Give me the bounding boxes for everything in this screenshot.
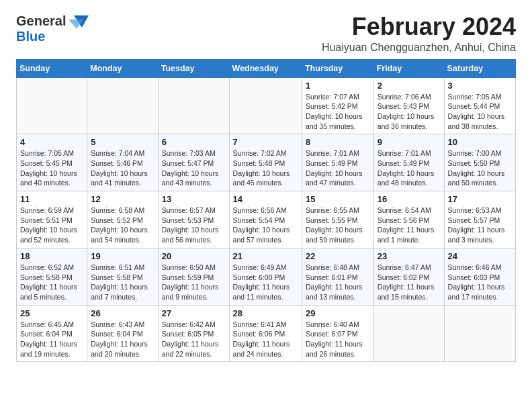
calendar-cell: [158, 77, 229, 134]
calendar-cell: 9Sunrise: 7:01 AM Sunset: 5:49 PM Daylig…: [373, 134, 444, 191]
logo-icon: [69, 14, 89, 29]
calendar-header-row: SundayMondayTuesdayWednesdayThursdayFrid…: [17, 59, 516, 77]
calendar-cell: 1Sunrise: 7:07 AM Sunset: 5:42 PM Daylig…: [302, 77, 373, 134]
day-number: 13: [162, 194, 226, 204]
day-number: 5: [91, 137, 154, 147]
calendar-cell: [444, 305, 515, 362]
day-info: Sunrise: 6:45 AM Sunset: 6:04 PM Dayligh…: [20, 320, 83, 359]
day-number: 22: [306, 251, 370, 261]
calendar-cell: 8Sunrise: 7:01 AM Sunset: 5:49 PM Daylig…: [302, 134, 373, 191]
calendar-cell: 15Sunrise: 6:55 AM Sunset: 5:55 PM Dayli…: [302, 191, 373, 248]
day-info: Sunrise: 6:58 AM Sunset: 5:52 PM Dayligh…: [91, 205, 154, 245]
calendar-cell: [229, 77, 302, 134]
day-info: Sunrise: 7:00 AM Sunset: 5:50 PM Dayligh…: [448, 148, 512, 188]
day-info: Sunrise: 6:56 AM Sunset: 5:54 PM Dayligh…: [233, 205, 298, 245]
calendar-cell: 17Sunrise: 6:53 AM Sunset: 5:57 PM Dayli…: [444, 191, 515, 248]
title-block: February 2024 Huaiyuan Chengguanzhen, An…: [322, 13, 516, 54]
page-header: General Blue February 2024 Huaiyuan Chen…: [16, 13, 516, 54]
day-number: 10: [448, 137, 512, 147]
day-info: Sunrise: 7:04 AM Sunset: 5:46 PM Dayligh…: [91, 148, 154, 188]
calendar-week-2: 4Sunrise: 7:05 AM Sunset: 5:45 PM Daylig…: [17, 134, 516, 191]
calendar-cell: 22Sunrise: 6:48 AM Sunset: 6:01 PM Dayli…: [302, 248, 373, 305]
day-info: Sunrise: 7:01 AM Sunset: 5:49 PM Dayligh…: [306, 148, 370, 188]
day-info: Sunrise: 7:06 AM Sunset: 5:43 PM Dayligh…: [378, 92, 441, 132]
day-number: 27: [162, 308, 226, 318]
header-day-tuesday: Tuesday: [158, 59, 229, 77]
calendar-cell: 10Sunrise: 7:00 AM Sunset: 5:50 PM Dayli…: [444, 134, 515, 191]
day-number: 29: [306, 308, 370, 318]
day-info: Sunrise: 6:41 AM Sunset: 6:06 PM Dayligh…: [233, 320, 298, 359]
day-number: 11: [20, 194, 83, 204]
day-info: Sunrise: 6:54 AM Sunset: 5:56 PM Dayligh…: [378, 205, 441, 245]
day-info: Sunrise: 7:03 AM Sunset: 5:47 PM Dayligh…: [162, 148, 226, 188]
day-number: 23: [378, 251, 441, 261]
day-info: Sunrise: 6:42 AM Sunset: 6:05 PM Dayligh…: [162, 320, 226, 359]
calendar-cell: 4Sunrise: 7:05 AM Sunset: 5:45 PM Daylig…: [17, 134, 87, 191]
day-number: 3: [448, 81, 512, 91]
header-day-wednesday: Wednesday: [229, 59, 302, 77]
calendar-cell: [373, 305, 444, 362]
header-day-monday: Monday: [87, 59, 159, 77]
day-number: 24: [448, 251, 512, 261]
calendar-week-3: 11Sunrise: 6:59 AM Sunset: 5:51 PM Dayli…: [17, 191, 516, 248]
day-number: 16: [378, 194, 441, 204]
calendar-week-4: 18Sunrise: 6:52 AM Sunset: 5:58 PM Dayli…: [17, 248, 516, 305]
day-number: 2: [378, 81, 441, 91]
day-info: Sunrise: 6:59 AM Sunset: 5:51 PM Dayligh…: [20, 205, 83, 245]
day-info: Sunrise: 6:55 AM Sunset: 5:55 PM Dayligh…: [306, 205, 370, 245]
calendar-cell: 24Sunrise: 6:46 AM Sunset: 6:03 PM Dayli…: [444, 248, 515, 305]
calendar-title: February 2024: [322, 13, 516, 40]
calendar-cell: 27Sunrise: 6:42 AM Sunset: 6:05 PM Dayli…: [158, 305, 229, 362]
day-info: Sunrise: 7:05 AM Sunset: 5:44 PM Dayligh…: [448, 92, 512, 132]
day-info: Sunrise: 6:51 AM Sunset: 5:58 PM Dayligh…: [91, 263, 154, 302]
calendar-cell: [17, 77, 87, 134]
day-info: Sunrise: 6:49 AM Sunset: 6:00 PM Dayligh…: [233, 263, 298, 302]
calendar-cell: 16Sunrise: 6:54 AM Sunset: 5:56 PM Dayli…: [373, 191, 444, 248]
calendar-subtitle: Huaiyuan Chengguanzhen, Anhui, China: [322, 42, 516, 54]
day-info: Sunrise: 7:05 AM Sunset: 5:45 PM Dayligh…: [20, 148, 83, 188]
day-info: Sunrise: 6:48 AM Sunset: 6:01 PM Dayligh…: [306, 263, 370, 302]
header-day-saturday: Saturday: [444, 59, 515, 77]
day-info: Sunrise: 6:43 AM Sunset: 6:04 PM Dayligh…: [91, 320, 154, 359]
calendar-cell: 18Sunrise: 6:52 AM Sunset: 5:58 PM Dayli…: [17, 248, 87, 305]
calendar-cell: 6Sunrise: 7:03 AM Sunset: 5:47 PM Daylig…: [158, 134, 229, 191]
day-number: 6: [162, 137, 226, 147]
day-number: 12: [91, 194, 154, 204]
calendar-table: SundayMondayTuesdayWednesdayThursdayFrid…: [16, 59, 516, 363]
calendar-cell: 5Sunrise: 7:04 AM Sunset: 5:46 PM Daylig…: [87, 134, 159, 191]
logo-general: General: [16, 13, 66, 29]
calendar-cell: 13Sunrise: 6:57 AM Sunset: 5:53 PM Dayli…: [158, 191, 229, 248]
day-info: Sunrise: 6:57 AM Sunset: 5:53 PM Dayligh…: [162, 205, 226, 245]
day-info: Sunrise: 6:52 AM Sunset: 5:58 PM Dayligh…: [20, 263, 83, 302]
calendar-cell: 14Sunrise: 6:56 AM Sunset: 5:54 PM Dayli…: [229, 191, 302, 248]
calendar-cell: 25Sunrise: 6:45 AM Sunset: 6:04 PM Dayli…: [17, 305, 87, 362]
calendar-cell: 11Sunrise: 6:59 AM Sunset: 5:51 PM Dayli…: [17, 191, 87, 248]
day-number: 25: [20, 308, 83, 318]
calendar-cell: 12Sunrise: 6:58 AM Sunset: 5:52 PM Dayli…: [87, 191, 159, 248]
day-number: 4: [20, 137, 83, 147]
day-info: Sunrise: 6:40 AM Sunset: 6:07 PM Dayligh…: [306, 320, 370, 359]
calendar-cell: 20Sunrise: 6:50 AM Sunset: 5:59 PM Dayli…: [158, 248, 229, 305]
logo: General Blue: [16, 13, 89, 44]
day-info: Sunrise: 7:01 AM Sunset: 5:49 PM Dayligh…: [378, 148, 441, 188]
calendar-cell: 2Sunrise: 7:06 AM Sunset: 5:43 PM Daylig…: [373, 77, 444, 134]
day-info: Sunrise: 6:46 AM Sunset: 6:03 PM Dayligh…: [448, 263, 512, 302]
day-number: 17: [448, 194, 512, 204]
header-day-friday: Friday: [373, 59, 444, 77]
calendar-cell: 19Sunrise: 6:51 AM Sunset: 5:58 PM Dayli…: [87, 248, 159, 305]
day-info: Sunrise: 6:47 AM Sunset: 6:02 PM Dayligh…: [378, 263, 441, 302]
calendar-cell: 7Sunrise: 7:02 AM Sunset: 5:48 PM Daylig…: [229, 134, 302, 191]
logo-blue: Blue: [16, 29, 45, 44]
calendar-cell: 3Sunrise: 7:05 AM Sunset: 5:44 PM Daylig…: [444, 77, 515, 134]
day-number: 18: [20, 251, 83, 261]
day-number: 8: [306, 137, 370, 147]
day-number: 28: [233, 308, 298, 318]
day-number: 1: [306, 81, 370, 91]
calendar-cell: 23Sunrise: 6:47 AM Sunset: 6:02 PM Dayli…: [373, 248, 444, 305]
day-number: 26: [91, 308, 154, 318]
calendar-cell: [87, 77, 159, 134]
day-info: Sunrise: 6:53 AM Sunset: 5:57 PM Dayligh…: [448, 205, 512, 245]
header-day-thursday: Thursday: [302, 59, 373, 77]
day-number: 9: [378, 137, 441, 147]
calendar-week-5: 25Sunrise: 6:45 AM Sunset: 6:04 PM Dayli…: [17, 305, 516, 362]
